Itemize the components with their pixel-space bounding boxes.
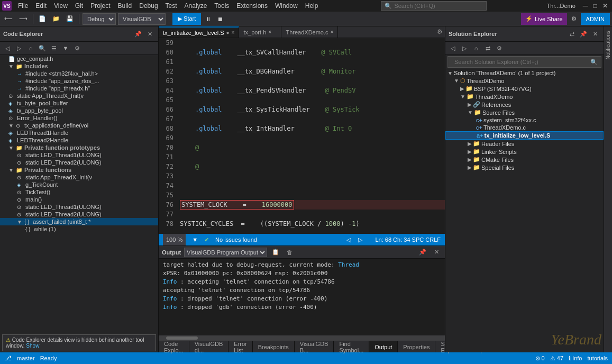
private-functions-section[interactable]: ▼ 📁 Private functions xyxy=(0,166,158,174)
sol-special-files-item[interactable]: ▶ 📁 Special Files xyxy=(445,163,604,171)
ce-list-button[interactable]: ☰ xyxy=(49,43,59,53)
sol-home-button[interactable]: ⌂ xyxy=(471,43,481,53)
live-share-button[interactable]: ⚡ Live Share xyxy=(521,13,567,25)
list-item[interactable]: ⊙ TickTest() xyxy=(0,188,158,196)
sol-forward-button[interactable]: ▷ xyxy=(459,43,470,53)
menu-analyze[interactable]: Analyze xyxy=(181,1,211,11)
save-button[interactable]: 💾 xyxy=(64,14,76,23)
list-item[interactable]: ◈ LEDThread1Handle xyxy=(0,129,158,136)
output-clear-button[interactable]: 🗑 xyxy=(284,247,295,258)
editor-settings-button[interactable]: ⚙ xyxy=(434,26,445,37)
list-item[interactable]: ⊙ static App_ThreadX_Init(v xyxy=(0,174,158,181)
list-item[interactable]: ⊙ static LED_Thread1(ULONG) xyxy=(0,203,158,211)
code-editor[interactable]: 5960616263 6465666768 6970717273 7475767… xyxy=(159,38,445,245)
platform-dropdown[interactable]: VisualGDB xyxy=(118,13,166,25)
tab-close-button[interactable]: × xyxy=(268,29,271,35)
sol-header-files-item[interactable]: ▶ 📁 Header Files xyxy=(445,140,604,148)
show-link[interactable]: Show xyxy=(26,343,39,349)
redo-button[interactable]: ⟶ xyxy=(17,14,30,23)
undo-button[interactable]: ⟵ xyxy=(2,14,15,23)
tab-code-explorer[interactable]: Code Explo... xyxy=(159,341,189,352)
list-item[interactable]: ▼ ⊙ tx_application_define(voi xyxy=(0,122,158,129)
sol-sync-file-button[interactable]: ⇄ xyxy=(482,43,493,53)
open-button[interactable]: 📁 xyxy=(50,14,62,23)
menu-project[interactable]: Project xyxy=(87,1,113,11)
tab-visualgdb-b[interactable]: VisualGDB B... xyxy=(295,341,334,352)
list-item[interactable]: ⊙ static LED_Thread2(ULONG) xyxy=(0,211,158,218)
settings-button[interactable]: ⚙ xyxy=(569,14,579,23)
list-item[interactable]: ⊙ main() xyxy=(0,196,158,203)
private-fn-prototypes-section[interactable]: ▼ 📁 Private function prototypes xyxy=(0,144,158,151)
scroll-right-button[interactable]: ▷ xyxy=(356,235,364,244)
sol-bsp-item[interactable]: ▶ 📁 BSP (STM32F407VG) xyxy=(445,85,604,93)
assert-failed-item[interactable]: ▼ { } assert_failed (uint8_t * xyxy=(0,218,158,225)
sol-settings-button[interactable]: ⚙ xyxy=(494,43,505,53)
config-dropdown[interactable]: Debug xyxy=(83,13,116,25)
start-button[interactable]: ▶ Start xyxy=(172,13,201,25)
list-item[interactable]: ◈ g_TickCount xyxy=(0,181,158,188)
list-item[interactable]: ⊙ Error_Handler() xyxy=(0,114,158,122)
list-item[interactable]: ◈ tx_app_byte_pool xyxy=(0,107,158,114)
tab-threadxdemo[interactable]: ThreadXDemo.c × xyxy=(281,26,338,38)
scroll-left-button[interactable]: ◁ xyxy=(344,235,353,244)
tutorials-link[interactable]: tutorials xyxy=(587,355,608,361)
tab-breakpoints[interactable]: Breakpoints xyxy=(253,341,295,352)
tab-close-button[interactable]: × xyxy=(331,29,334,35)
output-copy-button[interactable]: 📋 xyxy=(270,247,281,258)
menu-tools[interactable]: Tools xyxy=(211,1,232,11)
tab-error-list[interactable]: Error List xyxy=(229,341,252,352)
solution-search-input[interactable] xyxy=(451,56,590,68)
sol-close-button[interactable]: ✕ xyxy=(590,29,600,39)
menu-debug[interactable]: Debug xyxy=(136,1,161,11)
admin-button[interactable]: ADMIN xyxy=(581,13,610,25)
includes-section[interactable]: ▼ 📁 Includes xyxy=(0,62,158,70)
output-source-dropdown[interactable]: VisualGDB Program Output xyxy=(184,248,267,257)
tab-tx-initialize[interactable]: tx_initialize_low_level.S ● × xyxy=(159,26,239,38)
close-button[interactable]: ✕ xyxy=(600,1,610,11)
tab-properties[interactable]: Properties xyxy=(398,341,435,352)
list-item[interactable]: → #include "app_threadx.h" xyxy=(0,85,158,92)
list-item[interactable]: → #include <stm32f4xx_hal.h> xyxy=(0,70,158,77)
menu-view[interactable]: View xyxy=(51,1,71,11)
ce-filter-button[interactable]: ▼ xyxy=(60,43,71,53)
sol-pin-button[interactable]: 📌 xyxy=(578,29,589,39)
stop-button[interactable]: ⏹ xyxy=(215,15,225,23)
list-item[interactable]: ◈ LEDThread2Handle xyxy=(0,136,158,144)
output-scrollbar-h[interactable] xyxy=(159,335,445,341)
sol-back-button[interactable]: ◁ xyxy=(447,43,458,53)
sol-cmake-files-item[interactable]: ▶ 📁 CMake Files xyxy=(445,156,604,163)
sol-threadxdemo-folder[interactable]: ▼ 📁 ThreadXDemo xyxy=(445,93,604,101)
tab-visualgdb-di[interactable]: VisualGDB di... xyxy=(189,341,229,352)
list-item[interactable]: 📄 gcc_compat.h xyxy=(0,55,158,62)
tab-find-symbol[interactable]: Find Symbol... xyxy=(334,341,369,352)
new-project-button[interactable]: 📄 xyxy=(36,14,48,23)
menu-edit[interactable]: Edit xyxy=(32,1,50,11)
notifications-label[interactable]: Notifications xyxy=(605,29,611,61)
pause-button[interactable]: ⏸ xyxy=(203,15,213,23)
minimize-button[interactable]: ─ xyxy=(581,1,590,11)
ce-home-button[interactable]: ⌂ xyxy=(25,43,36,53)
tab-output[interactable]: Output xyxy=(369,341,398,352)
while-item[interactable]: { } while (1) xyxy=(0,225,158,233)
ce-search-button[interactable]: 🔍 xyxy=(37,43,48,53)
sol-linker-scripts-item[interactable]: ▶ 📁 Linker Scripts xyxy=(445,148,604,156)
sol-sync-button[interactable]: ⇄ xyxy=(567,29,577,39)
code-lines[interactable]: .global __tx_SVCallHandler @ SVCall .glo… xyxy=(178,38,445,234)
sol-tx-init-item[interactable]: a+ tx_initialize_low_level.S xyxy=(445,131,604,140)
pin-button[interactable]: 📌 xyxy=(133,29,143,39)
menu-extensions[interactable]: Extensions xyxy=(233,1,271,11)
ce-forward-button[interactable]: ▷ xyxy=(14,43,24,53)
menu-git[interactable]: Git xyxy=(72,1,86,11)
ce-back-button[interactable]: ◁ xyxy=(2,43,13,53)
menu-file[interactable]: File xyxy=(15,1,31,11)
sol-references-item[interactable]: ▶ 🔗 References xyxy=(445,101,604,108)
list-item[interactable]: ⊙ static App_ThreadX_Init(v xyxy=(0,92,158,99)
close-panel-button[interactable]: ✕ xyxy=(144,29,155,39)
menu-test[interactable]: Test xyxy=(162,1,180,11)
list-item[interactable]: → #include "app_azure_rtos_... xyxy=(0,77,158,85)
tab-close-button[interactable]: × xyxy=(232,30,235,35)
output-pin-button[interactable]: 📌 xyxy=(417,247,428,258)
menu-help[interactable]: Help xyxy=(302,1,322,11)
output-close-button[interactable]: ✕ xyxy=(431,247,442,258)
sol-source-files-item[interactable]: ▼ 📁 Source Files xyxy=(445,108,604,116)
